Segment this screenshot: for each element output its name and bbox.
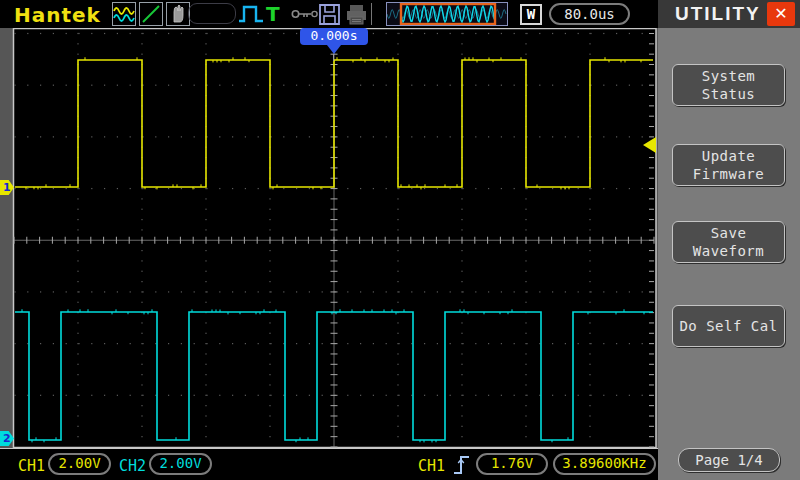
page-indicator-button[interactable]: Page 1/4 <box>678 448 780 472</box>
print-icon[interactable] <box>345 4 368 25</box>
trigger-position-line <box>333 54 334 61</box>
system-status-button[interactable]: System Status <box>672 64 785 106</box>
ch1-label: CH1 <box>18 457 45 475</box>
top-bar: Hantek T W 80.0us <box>0 0 658 28</box>
trigger-position-pointer[interactable] <box>327 45 341 54</box>
timebase-readout: 80.0us <box>549 3 630 25</box>
utility-header: UTILITY ✕ <box>658 0 800 28</box>
rising-edge-icon <box>452 453 472 477</box>
utility-panel: UTILITY ✕ System Status Update Firmware … <box>658 0 800 480</box>
trigger-frequency-readout: 3.89600KHz <box>553 453 656 475</box>
trigger-level-readout: 1.76V <box>476 453 548 475</box>
do-self-cal-button[interactable]: Do Self Cal <box>672 305 785 347</box>
graticule <box>0 28 658 448</box>
waveform-preview[interactable] <box>386 2 508 26</box>
save-icon[interactable] <box>318 3 341 26</box>
hand-icon[interactable] <box>166 2 190 26</box>
save-waveform-button[interactable]: Save Waveform <box>672 221 785 263</box>
trigger-position-marker[interactable]: 0.000s <box>300 28 368 45</box>
close-button[interactable]: ✕ <box>767 2 795 26</box>
scope-display: 0.000s 1 2 <box>0 28 658 448</box>
keylock-icon[interactable] <box>291 8 319 20</box>
slope-line-icon[interactable] <box>139 2 163 26</box>
hantek-logo: Hantek <box>14 3 101 27</box>
pulse-icon[interactable] <box>238 5 264 23</box>
window-mode-icon[interactable]: W <box>520 4 542 25</box>
status-bar: CH1 2.00V CH2 2.00V CH1 1.76V 3.89600KHz <box>0 448 658 480</box>
ch1-scale-readout: 2.00V <box>48 453 111 475</box>
toolbar-divider <box>371 3 372 25</box>
channels-wave-icon[interactable] <box>112 2 136 26</box>
trigger-source-label: CH1 <box>418 457 445 475</box>
status-slot <box>188 3 236 24</box>
ch2-scale-readout: 2.00V <box>149 453 212 475</box>
ch2-label: CH2 <box>119 457 146 475</box>
update-firmware-button[interactable]: Update Firmware <box>672 144 785 186</box>
utility-title: UTILITY <box>675 3 761 25</box>
trigger-type-letter[interactable]: T <box>266 2 280 26</box>
